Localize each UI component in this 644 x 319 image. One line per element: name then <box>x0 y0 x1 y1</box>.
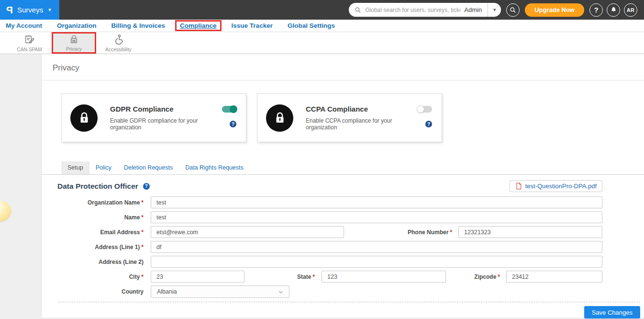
nav-issue-tracker[interactable]: Issue Tracker <box>232 22 273 29</box>
pdf-file-icon <box>515 182 522 190</box>
country-selected-value: Albania <box>157 288 177 295</box>
ccpa-card-description: Enable CCPA compliance for your organiza… <box>306 117 417 131</box>
privacy-panel: Privacy GDPR Compliance <box>42 54 644 318</box>
feedback-bubble[interactable] <box>0 201 11 221</box>
toolbar-privacy[interactable]: Privacy <box>52 32 96 54</box>
organization-name-label: Organization Name* <box>42 199 151 206</box>
tab-data-rights-requests[interactable]: Data Rights Requests <box>179 161 250 174</box>
notifications-button[interactable] <box>607 3 620 17</box>
phone-number-label: Phone Number* <box>344 229 458 236</box>
toolbar-item-label: CAN-SPAM <box>17 47 42 52</box>
email-field[interactable] <box>151 226 344 238</box>
dpo-form: Organization Name* Name* Email Address* … <box>42 196 644 297</box>
upgrade-now-button[interactable]: Upgrade Now <box>525 3 584 17</box>
country-select[interactable]: Albania <box>151 285 289 298</box>
help-button[interactable]: ? <box>589 3 603 17</box>
dpo-help-icon[interactable]: ? <box>143 183 150 190</box>
nav-billing-invoices[interactable]: Billing & Invoices <box>111 22 166 29</box>
chevron-down-icon: ▾ <box>48 7 51 13</box>
lock-icon <box>77 111 91 125</box>
save-changes-button[interactable]: Save Changes <box>584 306 640 319</box>
city-label: City* <box>42 273 151 280</box>
chevron-down-icon: ▾ <box>493 7 496 12</box>
tab-deletion-requests[interactable]: Deletion Requests <box>118 161 179 174</box>
form-footer: Save Changes <box>57 302 640 319</box>
ccpa-toggle[interactable] <box>418 106 432 113</box>
nav-global-settings[interactable]: Global Settings <box>288 22 335 29</box>
name-label: Name* <box>42 214 151 221</box>
compliance-cards: GDPR Compliance Enable GDPR compliance f… <box>61 93 644 142</box>
questionpro-logo: P <box>6 5 13 15</box>
accessibility-icon <box>113 34 124 46</box>
gdpr-card-title: GDPR Compliance <box>110 105 174 113</box>
state-label: State* <box>244 273 322 280</box>
state-field[interactable] <box>322 271 446 283</box>
phone-field[interactable] <box>458 226 602 238</box>
lock-icon <box>273 111 287 125</box>
tab-setup[interactable]: Setup <box>61 161 89 174</box>
app-window: P Surveys ▾ Admin ▾ Upgrade Now ? AR <box>0 0 644 319</box>
gdpr-card-description: Enable GDPR compliance for your organiza… <box>110 117 221 131</box>
question-icon: ? <box>594 6 598 14</box>
ccpa-help-icon[interactable]: ? <box>425 121 432 127</box>
padlock-icon <box>68 34 79 45</box>
city-field[interactable] <box>151 271 244 283</box>
zipcode-field[interactable] <box>506 271 602 283</box>
toolbar-accessibility[interactable]: Accessibility <box>96 32 141 54</box>
privacy-tabs: Setup Policy Deletion Requests Data Righ… <box>42 161 644 175</box>
ccpa-card: CCPA Compliance Enable CCPA compliance f… <box>257 93 442 142</box>
gdpr-help-icon[interactable]: ? <box>230 121 236 127</box>
address-line2-label: Address (Line 2) <box>42 259 151 265</box>
gdpr-card: GDPR Compliance Enable GDPR compliance f… <box>61 93 246 142</box>
nav-organization[interactable]: Organization <box>57 22 97 29</box>
search-icon <box>355 7 361 13</box>
lock-badge-icon <box>266 104 293 132</box>
country-label: Country <box>42 288 151 295</box>
address-line1-field[interactable] <box>151 241 602 253</box>
address-line1-label: Address (Line 1)* <box>42 244 151 251</box>
name-field[interactable] <box>151 211 602 223</box>
search-scope-dropdown[interactable]: ▾ <box>488 7 501 13</box>
attachment-filename: test-QuestionPro-DPA.pdf <box>525 182 597 190</box>
toolbar-item-label: Privacy <box>66 46 82 52</box>
chevron-down-icon <box>278 289 284 297</box>
search-input[interactable] <box>365 7 460 13</box>
page-title: Privacy <box>42 54 644 73</box>
email-address-label: Email Address* <box>42 229 151 236</box>
compliance-toolbar: CAN-SPAM Privacy Accessibility <box>0 32 644 54</box>
gdpr-toggle[interactable] <box>222 106 236 113</box>
canspam-icon <box>24 34 35 46</box>
global-search: Admin ▾ <box>349 3 501 17</box>
nav-compliance[interactable]: Compliance <box>175 20 222 31</box>
avatar[interactable]: AR <box>624 3 637 17</box>
divider <box>42 80 644 80</box>
organization-name-field[interactable] <box>151 196 602 208</box>
search-scope-label: Admin <box>460 6 488 13</box>
nav-my-account[interactable]: My Account <box>6 22 42 29</box>
product-name: Surveys <box>17 6 43 14</box>
toolbar-item-label: Accessibility <box>105 47 131 52</box>
search-button[interactable] <box>506 3 520 17</box>
lock-badge-icon <box>70 104 98 132</box>
toolbar-can-spam[interactable]: CAN-SPAM <box>7 32 52 54</box>
tab-policy[interactable]: Policy <box>89 161 118 174</box>
topbar: P Surveys ▾ Admin ▾ Upgrade Now ? AR <box>0 0 644 20</box>
ccpa-card-title: CCPA Compliance <box>306 105 368 113</box>
bell-icon <box>610 6 617 13</box>
dpa-attachment-button[interactable]: test-QuestionPro-DPA.pdf <box>510 180 602 192</box>
address-line2-field[interactable] <box>151 256 602 268</box>
admin-nav: My Account Organization Billing & Invoic… <box>0 20 644 32</box>
section-title: Data Protection Officer <box>57 182 138 191</box>
zipcode-label: Zipcode* <box>446 273 506 280</box>
dpo-section-header: Data Protection Officer ? test-QuestionP… <box>57 180 602 192</box>
product-switcher[interactable]: P Surveys ▾ <box>0 0 59 20</box>
content-area: Privacy GDPR Compliance <box>0 54 644 319</box>
